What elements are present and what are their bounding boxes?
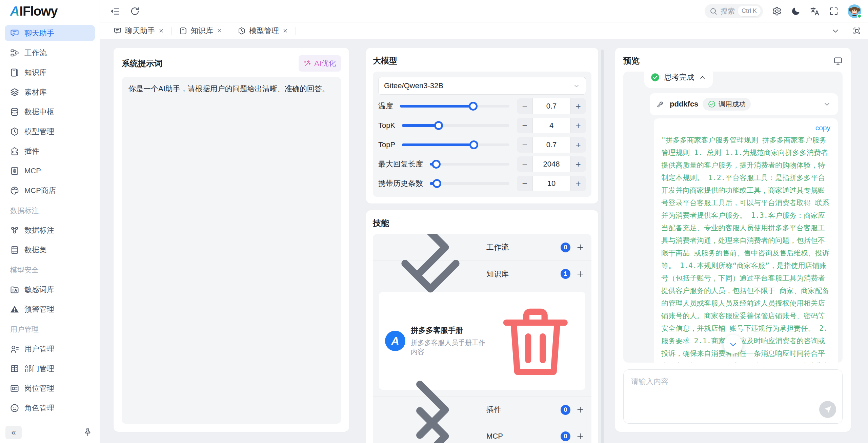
moon-icon	[791, 6, 801, 16]
tool-result-block: copy "拼多多商家客户服务管理规则 拼多多商家客户服务管理规则 1. 总则 …	[654, 118, 838, 363]
param-slider[interactable]	[430, 179, 509, 188]
slider-thumb[interactable]	[469, 140, 478, 149]
focus-mode-button[interactable]	[852, 26, 861, 35]
tab-close-button[interactable]	[282, 28, 288, 34]
skill-group-label: 插件	[486, 405, 501, 415]
scrollbar[interactable]	[601, 50, 604, 443]
decrement-button[interactable]: −	[517, 118, 532, 133]
skill-group-label: MCP	[486, 432, 503, 441]
param-row: 最大回复长度 − 2048 +	[378, 156, 586, 172]
add-skill-button[interactable]	[576, 270, 585, 278]
param-stepper: − 0.7 +	[517, 98, 586, 114]
sidebar-item-store[interactable]: MCP商店	[5, 182, 95, 198]
ai-optimize-button[interactable]: AI优化	[299, 55, 341, 72]
system-prompt-textarea[interactable]: 你是一个AI助手，请根据用户的问题给出清晰、准确的回答。	[122, 77, 341, 424]
sidebar-item-label: 工作流	[24, 48, 47, 58]
send-button[interactable]	[819, 401, 836, 418]
tool-status-label: 调用成功	[719, 100, 746, 109]
sidebar-item-post[interactable]: 岗位管理	[5, 380, 95, 396]
increment-button[interactable]: +	[570, 156, 586, 172]
tab-close-button[interactable]	[158, 28, 164, 34]
param-value[interactable]: 10	[532, 176, 570, 191]
chevron-right-icon	[380, 385, 481, 443]
tab-model[interactable]: 模型管理	[230, 26, 296, 36]
sidebar-toggle-button[interactable]	[110, 6, 120, 16]
sidebar-item-mcp[interactable]: MCP	[5, 163, 95, 179]
theme-toggle-button[interactable]	[791, 6, 801, 16]
skill-group-2[interactable]: 知识库 1	[373, 261, 591, 287]
sidebar-item-book[interactable]: 知识库	[5, 64, 95, 80]
sidebar-item-annotate[interactable]: 数据标注	[5, 222, 95, 238]
search-input[interactable]: 搜索 Ctrl K	[705, 4, 763, 18]
param-stepper: − 4 +	[517, 118, 586, 133]
add-skill-button[interactable]	[576, 432, 585, 441]
refresh-button[interactable]	[130, 6, 140, 16]
thinking-status-pill[interactable]: 思考完成	[644, 72, 713, 88]
settings-button[interactable]	[772, 6, 782, 16]
tab-chat[interactable]: 聊天助手	[114, 26, 171, 36]
sidebar-item-dataset[interactable]: 数据集	[5, 242, 95, 258]
model-select[interactable]: Gitee/Qwen3-32B	[378, 77, 586, 95]
sidebar-item-layers[interactable]: 素材库	[5, 84, 95, 100]
chat-input[interactable]	[624, 370, 842, 423]
decrement-button[interactable]: −	[517, 156, 532, 172]
slider-thumb[interactable]	[434, 121, 443, 130]
user-avatar[interactable]	[848, 4, 861, 18]
param-value[interactable]: 2048	[532, 156, 570, 172]
copy-button[interactable]: copy	[661, 124, 830, 132]
sidebar-item-label: MCP	[24, 167, 41, 175]
sidebar-item-user[interactable]: 用户管理	[5, 341, 95, 357]
param-slider[interactable]	[402, 140, 509, 149]
skill-group-4[interactable]: MCP 0	[373, 423, 591, 443]
sidebar-item-department[interactable]: 部门管理	[5, 361, 95, 377]
delete-button[interactable]	[492, 297, 579, 385]
app-logo-text: IFlowy	[19, 4, 57, 19]
count-badge: 0	[561, 405, 570, 415]
sidebar-item-role[interactable]: 角色管理	[5, 400, 95, 416]
decrement-button[interactable]: −	[517, 98, 532, 114]
divider	[846, 27, 846, 35]
slider-thumb[interactable]	[432, 160, 441, 169]
sidebar-item-plugin[interactable]: 插件	[5, 143, 95, 159]
param-slider[interactable]	[400, 102, 509, 111]
decrement-button[interactable]: −	[517, 176, 532, 191]
dataset-icon	[10, 245, 19, 255]
chat-icon	[10, 28, 19, 38]
tabs-dropdown-button[interactable]	[831, 26, 840, 35]
increment-button[interactable]: +	[570, 176, 586, 191]
preview-display-button[interactable]	[833, 56, 843, 65]
param-value[interactable]: 0.7	[532, 98, 570, 114]
menu-fold-icon	[110, 6, 120, 16]
fullscreen-button[interactable]	[829, 6, 839, 16]
sidebar-item-workflow[interactable]: 工作流	[5, 45, 95, 61]
param-slider[interactable]	[402, 121, 509, 130]
increment-button[interactable]: +	[570, 98, 586, 114]
sidebar-pin-button[interactable]	[83, 427, 93, 438]
tool-status-badge: 调用成功	[703, 98, 751, 111]
slider-thumb[interactable]	[469, 102, 478, 111]
sidebar-item-model[interactable]: 模型管理	[5, 123, 95, 139]
param-label: TopP	[378, 140, 395, 149]
add-skill-button[interactable]	[576, 243, 585, 252]
slider-thumb[interactable]	[432, 179, 441, 188]
language-button[interactable]	[810, 6, 820, 16]
sidebar-item-sensitive[interactable]: 敏感词库	[5, 282, 95, 297]
scan-icon	[852, 26, 861, 35]
tool-call-card[interactable]: pddkfcs 调用成功	[650, 93, 838, 115]
param-value[interactable]: 0.7	[532, 137, 570, 153]
increment-button[interactable]: +	[570, 118, 586, 133]
sidebar-item-label: 部门管理	[24, 364, 54, 374]
decrement-button[interactable]: −	[517, 137, 532, 153]
increment-button[interactable]: +	[570, 137, 586, 153]
sidebar-item-database[interactable]: 数据中枢	[5, 104, 95, 120]
sidebar-item-warning[interactable]: 预警管理	[5, 301, 95, 317]
tab-close-button[interactable]	[217, 28, 222, 34]
scroll-to-bottom-button[interactable]	[724, 335, 743, 354]
param-slider[interactable]	[430, 160, 509, 169]
param-value[interactable]: 4	[532, 118, 570, 133]
tab-book[interactable]: 知识库	[172, 26, 230, 36]
add-skill-button[interactable]	[576, 405, 585, 414]
magic-wand-icon	[303, 59, 311, 68]
sidebar-item-chat[interactable]: 聊天助手	[5, 25, 95, 41]
sidebar-collapse-button[interactable]: «	[5, 426, 22, 439]
